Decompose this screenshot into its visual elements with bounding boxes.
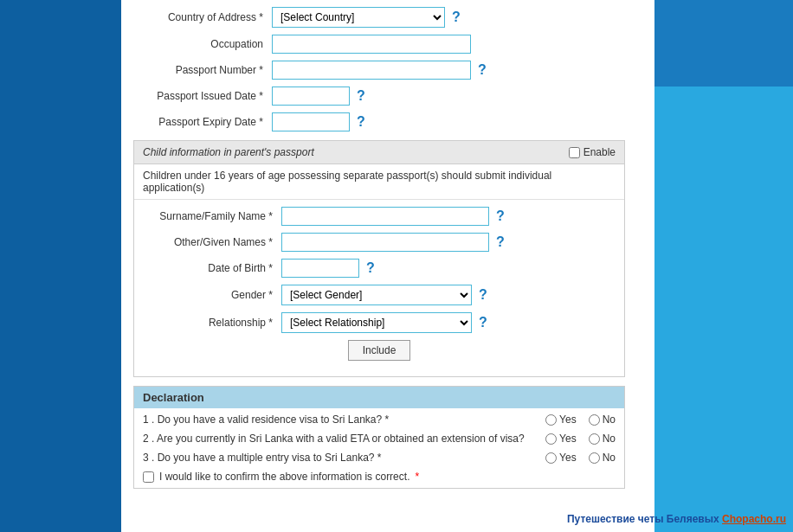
relationship-row: Relationship * [Select Relationship] ? — [143, 312, 616, 333]
dob-label: Date of Birth * — [143, 262, 281, 274]
form-content: Country of Address * [Select Country] ? … — [121, 0, 637, 532]
q1-radio-group: Yes No — [545, 413, 616, 426]
footer-link: Chopacho.ru — [722, 513, 786, 525]
surname-row: Surname/Family Name * ? — [143, 207, 616, 226]
country-of-address-row: Country of Address * [Select Country] ? — [133, 7, 625, 28]
include-btn-row: Include — [143, 340, 616, 361]
other-names-help-icon[interactable]: ? — [496, 234, 505, 250]
confirm-row: I would like to confirm the above inform… — [143, 471, 616, 483]
q3-no-label: No — [603, 452, 616, 464]
left-background — [0, 0, 121, 532]
q3-no-radio[interactable] — [589, 452, 600, 464]
q2-radio-group: Yes No — [545, 433, 616, 445]
passport-number-input[interactable] — [272, 61, 471, 80]
q3-no-option: No — [589, 452, 616, 464]
declaration-q1: 1 . Do you have a valid residence visa t… — [143, 413, 545, 426]
gender-select[interactable]: [Select Gender] Male Female — [281, 285, 472, 305]
passport-number-label: Passport Number * — [133, 64, 272, 76]
child-form: Surname/Family Name * ? Other/Given Name… — [134, 200, 624, 376]
declaration-row-2: 2 . Are you currently in Sri Lanka with … — [143, 433, 616, 445]
q1-no-option: No — [589, 413, 616, 426]
enable-checkbox[interactable] — [569, 147, 580, 158]
dob-help-icon[interactable]: ? — [366, 260, 375, 276]
gender-row: Gender * [Select Gender] Male Female ? — [143, 285, 616, 305]
q2-yes-radio[interactable] — [545, 433, 557, 445]
enable-checkbox-area: Enable — [569, 146, 616, 158]
passport-issued-date-label: Passport Issued Date * — [133, 90, 272, 102]
relationship-label: Relationship * — [143, 317, 281, 329]
passport-issued-date-row: Passport Issued Date * ? — [133, 87, 625, 106]
child-information-section: Child information in parent's passport E… — [133, 140, 625, 377]
surname-help-icon[interactable]: ? — [496, 208, 505, 224]
q3-radio-group: Yes No — [545, 452, 616, 464]
declaration-section: Declaration 1 . Do you have a valid resi… — [133, 386, 625, 489]
other-names-label: Other/Given Names * — [143, 236, 281, 248]
passport-issued-date-help-icon[interactable]: ? — [357, 88, 365, 104]
child-notice: Children under 16 years of age possessin… — [134, 164, 624, 200]
declaration-row-3: 3 . Do you have a multiple entry visa to… — [143, 452, 616, 464]
declaration-q3: 3 . Do you have a multiple entry visa to… — [143, 452, 545, 464]
declaration-q2: 2 . Are you currently in Sri Lanka with … — [143, 433, 545, 445]
occupation-label: Occupation — [133, 38, 272, 50]
relationship-select[interactable]: [Select Relationship] — [281, 312, 472, 333]
enable-label: Enable — [583, 146, 616, 158]
declaration-header: Declaration — [134, 387, 624, 408]
passport-number-row: Passport Number * ? — [133, 61, 625, 80]
q3-yes-radio[interactable] — [545, 452, 557, 464]
child-section-title: Child information in parent's passport — [143, 146, 314, 158]
country-of-address-label: Country of Address * — [133, 11, 272, 23]
passport-issued-date-input[interactable] — [272, 87, 350, 106]
relationship-help-icon[interactable]: ? — [479, 315, 487, 330]
passport-number-help-icon[interactable]: ? — [478, 62, 487, 78]
surname-label: Surname/Family Name * — [143, 210, 281, 222]
passport-expiry-date-input[interactable] — [272, 112, 350, 131]
surname-input[interactable] — [281, 207, 489, 226]
include-button[interactable]: Include — [348, 340, 411, 361]
q2-yes-option: Yes — [545, 433, 577, 445]
q2-no-radio[interactable] — [589, 433, 600, 445]
child-section-header: Child information in parent's passport E… — [134, 141, 624, 164]
dob-row: Date of Birth * ? — [143, 259, 616, 278]
q1-no-radio[interactable] — [589, 414, 600, 426]
q2-yes-label: Yes — [559, 433, 577, 445]
other-names-input[interactable] — [281, 233, 489, 252]
gender-label: Gender * — [143, 289, 281, 301]
occupation-row: Occupation — [133, 35, 625, 54]
passport-expiry-date-row: Passport Expiry Date * ? — [133, 112, 625, 131]
other-names-row: Other/Given Names * ? — [143, 233, 616, 252]
passport-expiry-date-label: Passport Expiry Date * — [133, 116, 272, 128]
right-top-background — [654, 0, 793, 87]
q1-no-label: No — [603, 413, 616, 426]
gender-help-icon[interactable]: ? — [479, 287, 487, 303]
country-help-icon[interactable]: ? — [452, 10, 461, 25]
passport-expiry-date-help-icon[interactable]: ? — [357, 114, 365, 130]
confirm-checkbox[interactable] — [143, 471, 154, 483]
occupation-input[interactable] — [272, 35, 471, 54]
confirm-required: * — [415, 471, 419, 483]
country-of-address-select[interactable]: [Select Country] — [272, 7, 445, 28]
declaration-row-1: 1 . Do you have a valid residence visa t… — [143, 413, 616, 426]
q1-yes-option: Yes — [545, 413, 577, 426]
q1-yes-radio[interactable] — [545, 414, 557, 426]
footer-watermark: Путешествие четы Беляевых Chopacho.ru — [567, 513, 786, 525]
footer-text: Путешествие четы Беляевых — [567, 513, 719, 525]
q1-yes-label: Yes — [559, 413, 577, 426]
declaration-body: 1 . Do you have a valid residence visa t… — [134, 408, 624, 488]
q3-yes-option: Yes — [545, 452, 577, 464]
dob-input[interactable] — [281, 259, 359, 278]
confirm-label: I would like to confirm the above inform… — [159, 471, 409, 483]
q3-yes-label: Yes — [559, 452, 577, 464]
q2-no-option: No — [589, 433, 616, 445]
q2-no-label: No — [603, 433, 616, 445]
